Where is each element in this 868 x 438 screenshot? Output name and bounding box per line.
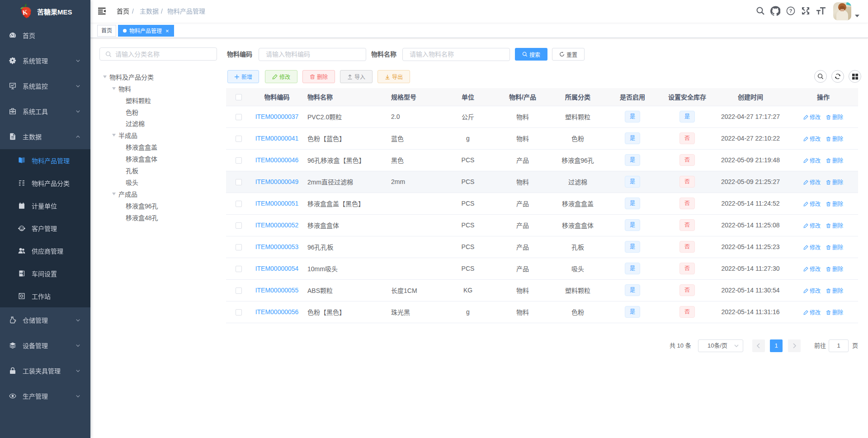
svg-text:app: app bbox=[20, 272, 24, 274]
svg-text:?: ? bbox=[789, 8, 793, 14]
svg-text:K: K bbox=[22, 9, 28, 16]
